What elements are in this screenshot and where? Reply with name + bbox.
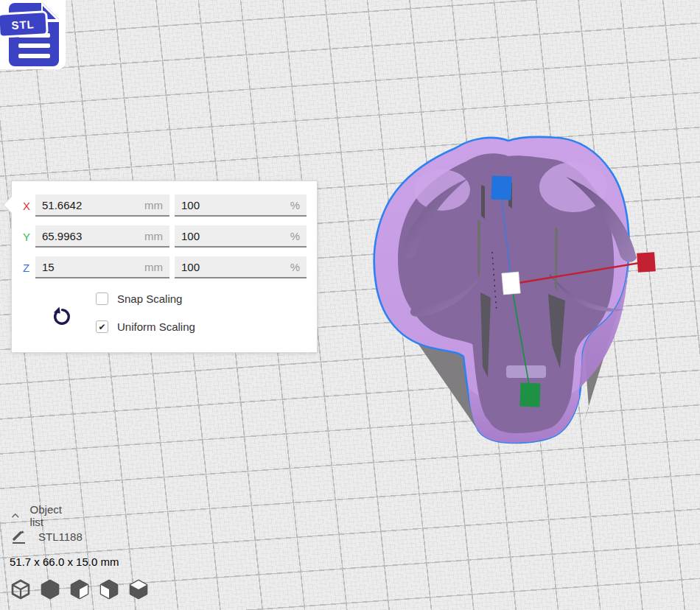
y-size-unit: mm	[144, 230, 163, 242]
scale-row-z: Z 15 mm 100 %	[12, 256, 317, 280]
x-size-value: 51.6642	[42, 199, 82, 211]
z-size-unit: mm	[144, 261, 163, 273]
scale-tool-panel: X 51.6642 mm 100 % Y 65.9963 mm 100 % Z …	[11, 180, 318, 353]
pencil-icon	[10, 527, 28, 545]
view-front-icon[interactable]	[40, 578, 60, 600]
model-dimensions: 51.7 x 66.0 x 15.0 mm	[10, 555, 119, 568]
uniform-scaling-checkmark: ✔	[98, 322, 105, 332]
x-size-input[interactable]: 51.6642 mm	[35, 194, 169, 217]
x-percent-value: 100	[181, 199, 200, 211]
y-percent-unit: %	[290, 230, 300, 242]
z-percent-input[interactable]: 100 %	[175, 256, 307, 278]
scale-handle-y[interactable]	[519, 383, 540, 407]
z-percent-value: 100	[181, 261, 200, 273]
snap-scaling-checkbox[interactable]	[96, 292, 108, 305]
axis-label-z: Z	[23, 256, 35, 280]
uniform-scaling-checkbox[interactable]: ✔	[96, 320, 108, 333]
camera-view-buttons	[10, 578, 149, 600]
x-percent-input[interactable]: 100 %	[175, 194, 307, 217]
z-size-input[interactable]: 15 mm	[35, 256, 169, 278]
object-list-item[interactable]: STL1188	[10, 527, 83, 545]
scale-handle-z[interactable]	[491, 176, 511, 200]
stl-badge: STL	[0, 10, 49, 38]
snap-scaling-label: Snap Scaling	[117, 292, 182, 305]
scale-handle-x[interactable]	[637, 252, 656, 273]
view-top-icon[interactable]	[69, 578, 90, 600]
axis-label-y: Y	[23, 225, 35, 249]
scale-row-x: X 51.6642 mm 100 %	[12, 194, 317, 218]
object-name: STL1188	[38, 530, 83, 543]
view-right-icon[interactable]	[128, 578, 149, 600]
y-size-input[interactable]: 65.9963 mm	[35, 225, 169, 248]
y-percent-value: 100	[181, 230, 200, 242]
uniform-scaling-row: ✔ Uniform Scaling	[96, 320, 195, 333]
z-size-value: 15	[42, 261, 55, 273]
reset-arrow-icon	[50, 306, 71, 327]
snap-scaling-row: Snap Scaling	[96, 292, 182, 305]
view-3d-icon[interactable]	[10, 578, 31, 600]
y-percent-input[interactable]: 100 %	[175, 225, 307, 248]
axis-label-x: X	[23, 194, 35, 218]
z-percent-unit: %	[290, 261, 300, 273]
view-left-icon[interactable]	[99, 578, 119, 600]
object-list-title: Object list	[30, 503, 66, 528]
x-percent-unit: %	[290, 199, 300, 211]
object-list-header[interactable]: Object list	[11, 503, 65, 528]
stl-file-thumbnail: STL	[0, 0, 66, 69]
y-size-value: 65.9963	[42, 230, 82, 242]
collapse-chevron-icon[interactable]	[11, 511, 20, 520]
scale-row-y: Y 65.9963 mm 100 %	[12, 225, 317, 249]
x-size-unit: mm	[144, 199, 163, 211]
uniform-scaling-label: Uniform Scaling	[117, 320, 195, 333]
scale-handle-center[interactable]	[502, 272, 520, 295]
reset-scale-button[interactable]	[50, 306, 71, 327]
